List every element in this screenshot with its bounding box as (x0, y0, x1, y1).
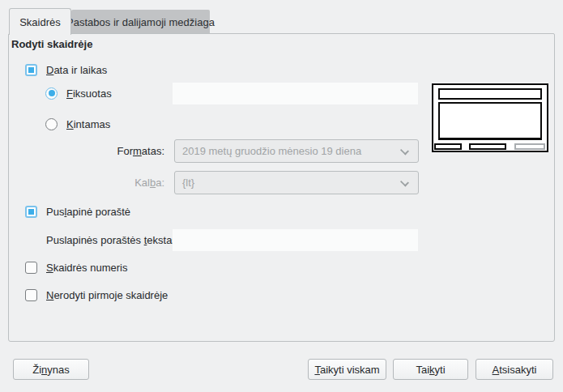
slide-number-checkbox-row[interactable]: Skaidrės numeris (25, 261, 127, 274)
footer-checkbox-row[interactable]: Puslapinė poraštė (25, 205, 130, 218)
language-label: Kalba: (49, 171, 164, 194)
language-select: {lt} (174, 171, 419, 194)
not-on-first-slide-checkbox[interactable] (25, 289, 37, 301)
preview-slide-number-placeholder (514, 143, 545, 150)
footer-text-label: Puslapinės poraštės tekstas: (46, 229, 181, 251)
apply-button[interactable]: Taikyti (393, 359, 468, 380)
header-footer-dialog: Skaidrės Pastabos ir dalijamoji medžiaga… (0, 0, 563, 392)
section-title: Rodyti skaidrėje (11, 38, 92, 50)
fixed-radio[interactable] (45, 87, 58, 100)
preview-content-placeholder (438, 102, 542, 140)
date-time-label: Data ir laikas (46, 64, 107, 76)
slide-preview (432, 83, 548, 152)
preview-title-placeholder (438, 88, 542, 100)
fixed-date-input[interactable] (173, 83, 418, 104)
variable-radio-row[interactable]: Kintamas (45, 117, 110, 130)
tab-slides[interactable]: Skaidrės (9, 8, 71, 35)
chevron-down-icon (400, 177, 409, 186)
footer-checkbox[interactable] (25, 206, 37, 218)
format-select: 2019 metų gruodžio mėnesio 19 diena (174, 139, 419, 163)
slide-number-checkbox[interactable] (25, 262, 37, 274)
variable-radio-label: Kintamas (66, 118, 110, 130)
language-select-value: {lt} (182, 177, 194, 189)
chevron-down-icon (400, 146, 409, 155)
cancel-button[interactable]: Atsisakyti (476, 359, 553, 380)
tab-notes-handouts-label: Pastabos ir dalijamoji medžiaga (66, 16, 215, 28)
format-select-value: 2019 metų gruodžio mėnesio 19 diena (182, 145, 361, 157)
fixed-radio-row[interactable]: Fiksuotas (45, 87, 112, 100)
slide-number-label: Skaidrės numeris (46, 262, 127, 274)
date-time-checkbox[interactable] (25, 64, 37, 76)
not-on-first-slide-checkbox-row[interactable]: Nerodyti pirmoje skaidrėje (25, 288, 168, 301)
tab-notes-handouts[interactable]: Pastabos ir dalijamoji medžiaga (71, 10, 210, 34)
help-button[interactable]: Žinynas (13, 359, 89, 380)
footer-text-input[interactable] (173, 229, 418, 251)
apply-to-all-button[interactable]: Taikyti viskam (308, 359, 386, 380)
footer-checkbox-label: Puslapinė poraštė (46, 206, 130, 218)
tab-slides-label: Skaidrės (19, 16, 61, 28)
variable-radio[interactable] (45, 118, 58, 130)
format-label: Formatas: (49, 139, 164, 163)
preview-date-placeholder (434, 143, 462, 150)
preview-footer-placeholder (469, 143, 506, 150)
date-time-checkbox-row[interactable]: Data ir laikas (25, 63, 107, 76)
fixed-radio-label: Fiksuotas (66, 87, 112, 100)
not-on-first-slide-label: Nerodyti pirmoje skaidrėje (46, 289, 168, 301)
